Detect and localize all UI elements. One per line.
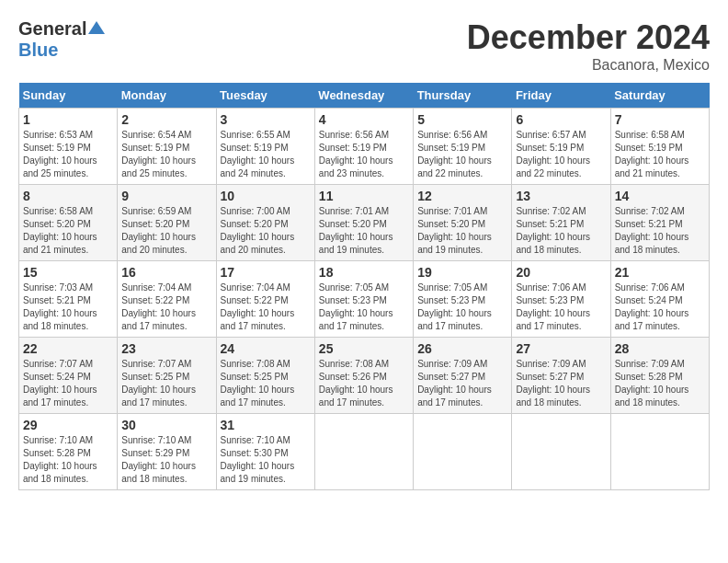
day-number: 21 bbox=[615, 265, 705, 280]
calendar-cell: 2Sunrise: 6:54 AM Sunset: 5:19 PM Daylig… bbox=[118, 109, 216, 185]
day-number: 17 bbox=[221, 265, 311, 280]
day-number: 12 bbox=[417, 189, 507, 203]
calendar-cell: 28Sunrise: 7:09 AM Sunset: 5:28 PM Dayli… bbox=[610, 338, 709, 414]
calendar-week-row: 15Sunrise: 7:03 AM Sunset: 5:21 PM Dayli… bbox=[19, 261, 710, 338]
day-number: 29 bbox=[23, 418, 113, 432]
day-info: Sunrise: 6:54 AM Sunset: 5:19 PM Dayligh… bbox=[121, 129, 211, 180]
calendar-cell: 9Sunrise: 6:59 AM Sunset: 5:20 PM Daylig… bbox=[118, 185, 216, 261]
day-info: Sunrise: 7:00 AM Sunset: 5:20 PM Dayligh… bbox=[221, 205, 311, 257]
day-info: Sunrise: 7:09 AM Sunset: 5:28 PM Dayligh… bbox=[615, 358, 705, 409]
day-number: 11 bbox=[319, 189, 409, 203]
day-info: Sunrise: 6:56 AM Sunset: 5:19 PM Dayligh… bbox=[319, 129, 409, 180]
day-info: Sunrise: 6:59 AM Sunset: 5:20 PM Dayligh… bbox=[121, 205, 211, 257]
day-header-tuesday: Tuesday bbox=[216, 83, 314, 109]
day-info: Sunrise: 7:01 AM Sunset: 5:20 PM Dayligh… bbox=[417, 205, 507, 257]
calendar-week-row: 22Sunrise: 7:07 AM Sunset: 5:24 PM Dayli… bbox=[19, 338, 710, 414]
day-header-wednesday: Wednesday bbox=[314, 83, 413, 109]
day-number: 30 bbox=[121, 418, 211, 432]
day-header-monday: Monday bbox=[118, 83, 216, 109]
calendar-cell: 5Sunrise: 6:56 AM Sunset: 5:19 PM Daylig… bbox=[414, 109, 512, 185]
calendar-table: SundayMondayTuesdayWednesdayThursdayFrid… bbox=[18, 83, 710, 490]
day-number: 1 bbox=[23, 112, 113, 127]
day-info: Sunrise: 6:57 AM Sunset: 5:19 PM Dayligh… bbox=[516, 129, 606, 180]
day-number: 15 bbox=[23, 265, 113, 280]
day-number: 23 bbox=[121, 341, 211, 356]
calendar-cell: 19Sunrise: 7:05 AM Sunset: 5:23 PM Dayli… bbox=[414, 261, 512, 338]
day-header-friday: Friday bbox=[512, 83, 610, 109]
day-number: 13 bbox=[516, 189, 606, 203]
day-info: Sunrise: 7:07 AM Sunset: 5:25 PM Dayligh… bbox=[121, 358, 211, 409]
day-info: Sunrise: 7:07 AM Sunset: 5:24 PM Dayligh… bbox=[23, 358, 113, 409]
day-info: Sunrise: 6:58 AM Sunset: 5:19 PM Dayligh… bbox=[615, 129, 705, 180]
day-number: 26 bbox=[417, 341, 507, 356]
day-number: 25 bbox=[319, 341, 409, 356]
svg-marker-0 bbox=[88, 21, 105, 34]
day-number: 5 bbox=[417, 112, 507, 127]
day-number: 4 bbox=[319, 112, 409, 127]
calendar-week-row: 1Sunrise: 6:53 AM Sunset: 5:19 PM Daylig… bbox=[19, 109, 710, 185]
day-number: 9 bbox=[121, 189, 211, 203]
calendar-cell: 15Sunrise: 7:03 AM Sunset: 5:21 PM Dayli… bbox=[19, 261, 118, 338]
calendar-cell: 8Sunrise: 6:58 AM Sunset: 5:20 PM Daylig… bbox=[19, 185, 118, 261]
day-info: Sunrise: 7:08 AM Sunset: 5:26 PM Dayligh… bbox=[319, 358, 409, 409]
calendar-header-row: SundayMondayTuesdayWednesdayThursdayFrid… bbox=[19, 83, 710, 109]
logo: General Blue bbox=[18, 18, 105, 61]
day-info: Sunrise: 7:04 AM Sunset: 5:22 PM Dayligh… bbox=[221, 282, 311, 333]
day-number: 16 bbox=[121, 265, 211, 280]
day-number: 10 bbox=[221, 189, 311, 203]
day-info: Sunrise: 6:58 AM Sunset: 5:20 PM Dayligh… bbox=[23, 205, 113, 257]
day-info: Sunrise: 6:53 AM Sunset: 5:19 PM Dayligh… bbox=[23, 129, 113, 180]
day-info: Sunrise: 7:08 AM Sunset: 5:25 PM Dayligh… bbox=[221, 358, 311, 409]
calendar-cell: 6Sunrise: 6:57 AM Sunset: 5:19 PM Daylig… bbox=[512, 109, 610, 185]
day-number: 18 bbox=[319, 265, 409, 280]
day-info: Sunrise: 7:02 AM Sunset: 5:21 PM Dayligh… bbox=[615, 205, 705, 257]
calendar-cell: 13Sunrise: 7:02 AM Sunset: 5:21 PM Dayli… bbox=[512, 185, 610, 261]
day-info: Sunrise: 7:10 AM Sunset: 5:30 PM Dayligh… bbox=[221, 434, 311, 486]
day-number: 22 bbox=[23, 341, 113, 356]
page-header: General Blue December 2024 Bacanora, Mex… bbox=[18, 18, 710, 74]
day-info: Sunrise: 7:01 AM Sunset: 5:20 PM Dayligh… bbox=[319, 205, 409, 257]
calendar-cell: 24Sunrise: 7:08 AM Sunset: 5:25 PM Dayli… bbox=[216, 338, 314, 414]
calendar-cell: 29Sunrise: 7:10 AM Sunset: 5:28 PM Dayli… bbox=[19, 414, 118, 490]
day-info: Sunrise: 7:02 AM Sunset: 5:21 PM Dayligh… bbox=[516, 205, 606, 257]
day-info: Sunrise: 7:10 AM Sunset: 5:29 PM Dayligh… bbox=[121, 434, 211, 486]
calendar-cell: 3Sunrise: 6:55 AM Sunset: 5:19 PM Daylig… bbox=[216, 109, 314, 185]
calendar-cell: 10Sunrise: 7:00 AM Sunset: 5:20 PM Dayli… bbox=[216, 185, 314, 261]
calendar-week-row: 29Sunrise: 7:10 AM Sunset: 5:28 PM Dayli… bbox=[19, 414, 710, 490]
calendar-cell: 26Sunrise: 7:09 AM Sunset: 5:27 PM Dayli… bbox=[414, 338, 512, 414]
calendar-cell: 14Sunrise: 7:02 AM Sunset: 5:21 PM Dayli… bbox=[610, 185, 709, 261]
day-number: 28 bbox=[615, 341, 705, 356]
day-number: 6 bbox=[516, 112, 606, 127]
calendar-cell bbox=[314, 414, 413, 490]
calendar-cell: 12Sunrise: 7:01 AM Sunset: 5:20 PM Dayli… bbox=[414, 185, 512, 261]
calendar-cell: 1Sunrise: 6:53 AM Sunset: 5:19 PM Daylig… bbox=[19, 109, 118, 185]
day-number: 3 bbox=[221, 112, 311, 127]
day-info: Sunrise: 7:06 AM Sunset: 5:24 PM Dayligh… bbox=[615, 282, 705, 333]
logo-blue-text: Blue bbox=[18, 40, 58, 60]
day-info: Sunrise: 7:06 AM Sunset: 5:23 PM Dayligh… bbox=[516, 282, 606, 333]
calendar-cell: 27Sunrise: 7:09 AM Sunset: 5:27 PM Dayli… bbox=[512, 338, 610, 414]
calendar-cell: 31Sunrise: 7:10 AM Sunset: 5:30 PM Dayli… bbox=[216, 414, 314, 490]
calendar-cell: 18Sunrise: 7:05 AM Sunset: 5:23 PM Dayli… bbox=[314, 261, 413, 338]
calendar-cell: 25Sunrise: 7:08 AM Sunset: 5:26 PM Dayli… bbox=[314, 338, 413, 414]
day-number: 20 bbox=[516, 265, 606, 280]
logo-general-text: General bbox=[18, 18, 86, 40]
day-info: Sunrise: 6:56 AM Sunset: 5:19 PM Dayligh… bbox=[417, 129, 507, 180]
day-info: Sunrise: 7:03 AM Sunset: 5:21 PM Dayligh… bbox=[23, 282, 113, 333]
calendar-cell: 23Sunrise: 7:07 AM Sunset: 5:25 PM Dayli… bbox=[118, 338, 216, 414]
calendar-cell: 16Sunrise: 7:04 AM Sunset: 5:22 PM Dayli… bbox=[118, 261, 216, 338]
calendar-cell bbox=[414, 414, 512, 490]
day-info: Sunrise: 7:04 AM Sunset: 5:22 PM Dayligh… bbox=[121, 282, 211, 333]
day-header-sunday: Sunday bbox=[19, 83, 118, 109]
day-header-saturday: Saturday bbox=[610, 83, 709, 109]
day-number: 19 bbox=[417, 265, 507, 280]
day-number: 2 bbox=[121, 112, 211, 127]
logo-triangle-icon bbox=[88, 19, 105, 36]
location-title: Bacanora, Mexico bbox=[467, 57, 710, 74]
day-info: Sunrise: 7:05 AM Sunset: 5:23 PM Dayligh… bbox=[417, 282, 507, 333]
calendar-cell: 30Sunrise: 7:10 AM Sunset: 5:29 PM Dayli… bbox=[118, 414, 216, 490]
calendar-week-row: 8Sunrise: 6:58 AM Sunset: 5:20 PM Daylig… bbox=[19, 185, 710, 261]
day-info: Sunrise: 7:10 AM Sunset: 5:28 PM Dayligh… bbox=[23, 434, 113, 486]
calendar-cell: 22Sunrise: 7:07 AM Sunset: 5:24 PM Dayli… bbox=[19, 338, 118, 414]
day-number: 14 bbox=[615, 189, 705, 203]
